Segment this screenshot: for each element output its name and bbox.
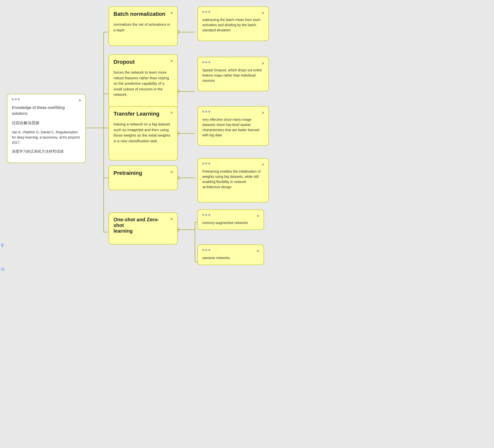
root-title: Knowledge of these overfitting solutions — [12, 105, 81, 117]
one-shot-arrow: > — [171, 217, 173, 221]
transfer-arrow: > — [171, 111, 173, 115]
mind-map: > Knowledge of these overfitting solutio… — [0, 0, 494, 448]
one-shot-detail2-text: siamese networks — [202, 255, 259, 261]
one-shot-card[interactable]: One-shot and Zero-shot learning > — [109, 212, 178, 244]
pretraining-card[interactable]: Pretraining > — [109, 165, 178, 190]
card-dots — [12, 98, 20, 100]
root-card-arrow: > — [79, 98, 81, 103]
dropout-detail-card[interactable]: > Spatial Dropout, which drops out entir… — [197, 57, 269, 91]
one-shot-detail1-card[interactable]: > memory-augmented networks — [197, 209, 264, 230]
dropout-detail-text: Spatial Dropout, which drops out entire … — [202, 68, 264, 83]
one-shot-title: One-shot and Zero-shot learning — [114, 217, 169, 234]
pretraining-detail-card[interactable]: > Pretraining enables the initialization… — [197, 158, 269, 203]
transfer-learning-card[interactable]: Transfer Learning > training a network o… — [109, 106, 178, 161]
batch-norm-card[interactable]: Batch normalization > normalizes the set… — [109, 6, 178, 46]
transfer-text: training a network on a big dataset such… — [114, 122, 173, 144]
batch-norm-detail-card[interactable]: > subtracting the batch mean from each a… — [197, 6, 269, 41]
batch-norm-text: normalizes the set of activations in a l… — [114, 22, 173, 33]
transfer-title: Transfer Learning — [114, 111, 159, 117]
batch-norm-title: Batch normalization — [114, 11, 165, 17]
dropout-text: forces the network to learn more robust … — [114, 70, 173, 98]
dropout-arrow: > — [171, 59, 173, 63]
dropout-title: Dropout — [114, 59, 135, 65]
batch-norm-detail-text: subtracting the batch mean from each act… — [202, 17, 264, 33]
transfer-detail-text: very effective since many image datasets… — [202, 117, 264, 138]
pretraining-detail-text: Pretraining enables the initialization o… — [202, 169, 264, 190]
root-ref: Jan K, Vladimir G, Daniel C. Regularizat… — [12, 130, 81, 145]
root-ref-zh: 深度学习的正则化方法研究综述 — [12, 149, 81, 154]
one-shot-detail2-card[interactable]: > siamese networks — [197, 244, 264, 265]
sidebar-partial-text-ct[interactable]: ct — [1, 267, 4, 272]
pretraining-arrow: > — [171, 170, 173, 174]
pretraining-title: Pretraining — [114, 170, 142, 176]
root-card[interactable]: > Knowledge of these overfitting solutio… — [7, 94, 86, 163]
one-shot-detail1-text: memory-augmented networks — [202, 220, 259, 225]
sidebar-partial-text-g[interactable]: g — [1, 242, 3, 247]
batch-norm-arrow: > — [171, 11, 173, 15]
dropout-card[interactable]: Dropout > forces the network to learn mo… — [109, 54, 178, 114]
root-subtitle: 过拟合解决思路 — [12, 121, 81, 126]
transfer-detail-card[interactable]: > very effective since many image datase… — [197, 106, 269, 146]
